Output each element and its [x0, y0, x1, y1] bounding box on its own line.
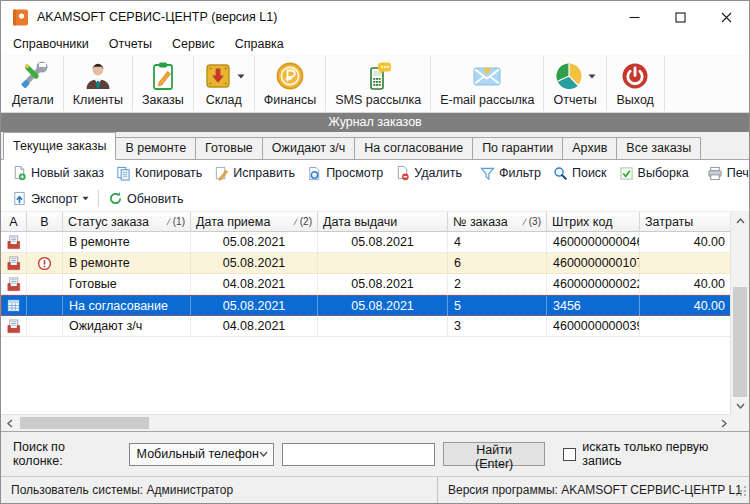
sort-asc-icon — [293, 218, 298, 226]
cell-cost — [640, 253, 732, 274]
vertical-scrollbar[interactable] — [730, 212, 749, 414]
horizontal-scrollbar[interactable] — [1, 414, 732, 431]
section-header: Журнал заказов — [1, 113, 749, 132]
clipboard-pencil-icon — [148, 61, 178, 91]
refresh-button[interactable]: Обновить — [102, 188, 190, 209]
column-header-cost[interactable]: Затраты — [640, 212, 732, 232]
table-row[interactable]: Ожидают з/ч 04.08.2021 3 4600000000039 — [1, 316, 749, 337]
search-column-select[interactable]: Мобильный телефон — [129, 443, 274, 466]
window-controls — [611, 1, 749, 33]
pie-chart-icon — [554, 61, 584, 91]
column-header-barcode[interactable]: Штрих код — [547, 212, 640, 232]
toolbar-button-orders[interactable]: Заказы — [133, 56, 194, 111]
table-row-selected[interactable]: На согласование 05.08.2021 05.08.2021 5 … — [1, 295, 749, 316]
scrollbar-corner — [730, 414, 749, 431]
table-row[interactable]: В ремонте 05.08.2021 6 4600000000107 — [1, 253, 749, 274]
menu-service[interactable]: Сервис — [162, 35, 225, 53]
order-document-icon — [6, 256, 21, 271]
tab-ready[interactable]: Готовые — [195, 137, 263, 159]
first-record-only-label: искать только первую запись — [582, 440, 749, 468]
table-row[interactable]: В ремонте 05.08.2021 05.08.2021 4 460000… — [1, 232, 749, 253]
cell-cost — [640, 316, 732, 337]
table-row[interactable]: Готовые 04.08.2021 05.08.2021 2 46000000… — [1, 274, 749, 295]
toolbar-button-details[interactable]: Детали — [3, 56, 64, 111]
delete-button[interactable]: Удалить — [389, 162, 468, 184]
tab-all-orders[interactable]: Все заказы — [616, 137, 701, 159]
tab-archive[interactable]: Архив — [562, 137, 617, 159]
vertical-scroll-thumb[interactable] — [733, 287, 747, 397]
toolbar-button-sms[interactable]: SMS рассылка — [326, 56, 431, 111]
cell-status: Ожидают з/ч — [63, 316, 191, 337]
app-window: AKAMSOFT СЕРВИС-ЦЕНТР (версия L1) Справо… — [0, 0, 750, 504]
cell-cost: 40.00 — [640, 274, 732, 295]
toolbar-button-exit[interactable]: Выход — [607, 56, 665, 111]
menu-help[interactable]: Справка — [225, 35, 294, 53]
titlebar: AKAMSOFT СЕРВИС-ЦЕНТР (версия L1) — [1, 1, 749, 33]
cell-order-no: 4 — [448, 232, 547, 253]
cell-barcode: 3456 — [547, 295, 640, 316]
filter-button[interactable]: Фильтр — [474, 163, 547, 184]
resize-grip-icon[interactable] — [735, 483, 747, 501]
app-logo-icon — [12, 9, 29, 26]
cell-cost: 40.00 — [640, 295, 732, 316]
toolbar-button-reports[interactable]: Отчеты — [544, 56, 606, 111]
maximize-icon — [675, 12, 686, 23]
tab-warranty[interactable]: По гарантии — [472, 137, 563, 159]
scroll-up-arrow-icon[interactable] — [731, 212, 749, 229]
sort-asc-icon — [166, 218, 171, 226]
maximize-button[interactable] — [657, 1, 703, 33]
print-button[interactable]: Печать — [701, 163, 750, 184]
tools-icon — [18, 61, 48, 91]
column-header-order-no[interactable]: № заказа (3) — [448, 212, 547, 232]
tab-approval[interactable]: На согласование — [354, 137, 473, 159]
column-header-status[interactable]: Статус заказа (1) — [63, 212, 191, 232]
column-header-a[interactable]: А — [1, 212, 27, 232]
edit-button[interactable]: Исправить — [208, 163, 301, 184]
horizontal-scroll-thumb[interactable] — [20, 417, 149, 429]
order-document-icon — [6, 277, 21, 292]
new-order-button[interactable]: Новый заказ — [6, 162, 110, 184]
export-button[interactable]: Экспорт — [6, 188, 95, 209]
cell-date-out: 05.08.2021 — [318, 232, 448, 253]
find-button[interactable]: Найти (Enter) — [443, 442, 545, 466]
search-input[interactable] — [282, 443, 435, 466]
column-header-b[interactable]: В — [27, 212, 63, 232]
envelope-icon — [471, 61, 503, 91]
menu-reports[interactable]: Отчеты — [99, 35, 162, 53]
power-icon — [620, 61, 650, 91]
minimize-button[interactable] — [611, 1, 657, 33]
view-icon — [307, 166, 322, 181]
cell-date-out: 05.08.2021 — [318, 274, 448, 295]
statusbar: Пользователь системы: Администратор Верс… — [1, 476, 749, 503]
cell-status: В ремонте — [63, 253, 191, 274]
search-button[interactable]: Поиск — [547, 163, 613, 184]
copy-button[interactable]: Копировать — [110, 163, 208, 184]
tab-in-repair[interactable]: В ремонте — [115, 137, 196, 159]
toolbar-button-finance[interactable]: Финансы — [255, 56, 326, 111]
window-title: AKAMSOFT СЕРВИС-ЦЕНТР (версия L1) — [37, 10, 277, 24]
refresh-icon — [108, 191, 123, 206]
column-header-date-in[interactable]: Дата приема (2) — [191, 212, 318, 232]
sort-asc-icon — [522, 218, 527, 226]
tab-waiting-parts[interactable]: Ожидают з/ч — [262, 137, 355, 159]
menu-references[interactable]: Справочники — [3, 35, 99, 53]
scroll-left-arrow-icon[interactable] — [1, 415, 18, 431]
cell-order-no: 2 — [448, 274, 547, 295]
first-record-only-checkbox[interactable] — [563, 448, 576, 461]
selection-button[interactable]: Выборка — [613, 163, 695, 184]
filter-funnel-icon — [480, 166, 495, 181]
close-button[interactable] — [703, 1, 749, 33]
view-button[interactable]: Просмотр — [301, 163, 389, 184]
toolbar-button-warehouse[interactable]: Склад — [194, 56, 255, 111]
toolbar-button-email[interactable]: E-mail рассылка — [431, 56, 544, 111]
toolbar-button-clients[interactable]: Клиенты — [64, 56, 133, 111]
search-panel: Поиск по колонке: Мобильный телефон Найт… — [1, 431, 749, 476]
column-header-date-out[interactable]: Дата выдачи — [318, 212, 448, 232]
tab-current-orders[interactable]: Текущие заказы — [3, 132, 116, 160]
minimize-icon — [629, 12, 640, 23]
cell-order-no: 5 — [448, 295, 547, 316]
scroll-down-arrow-icon[interactable] — [731, 397, 749, 414]
grid-header-row: А В Статус заказа (1) Дата приема (2) Да… — [1, 212, 749, 232]
cell-status: На согласование — [63, 295, 191, 316]
cell-status: В ремонте — [63, 232, 191, 253]
